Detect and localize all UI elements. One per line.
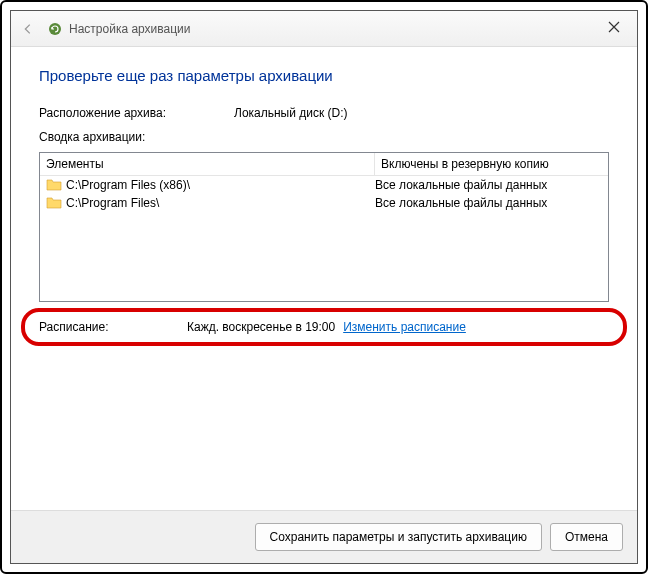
location-value: Локальный диск (D:) (234, 106, 348, 120)
schedule-label: Расписание: (39, 320, 187, 334)
back-button[interactable] (19, 20, 37, 38)
col-elements[interactable]: Элементы (40, 153, 375, 175)
row-path: C:\Program Files (x86)\ (66, 178, 190, 192)
cancel-button[interactable]: Отмена (550, 523, 623, 551)
schedule-value: Кажд. воскресенье в 19:00 (187, 320, 335, 334)
col-included[interactable]: Включены в резервную копию (375, 153, 608, 175)
change-schedule-link[interactable]: Изменить расписание (343, 320, 466, 334)
save-button[interactable]: Сохранить параметры и запустить архиваци… (255, 523, 542, 551)
row-included: Все локальные файлы данных (375, 196, 602, 210)
row-path: C:\Program Files\ (66, 196, 159, 210)
backup-icon (47, 21, 63, 37)
summary-table: Элементы Включены в резервную копию C:\P… (39, 152, 609, 302)
page-heading: Проверьте еще раз параметры архивации (39, 67, 609, 84)
window-title: Настройка архивации (69, 22, 191, 36)
close-button[interactable] (591, 11, 637, 43)
table-row[interactable]: C:\Program Files\ Все локальные файлы да… (40, 194, 608, 212)
titlebar: Настройка архивации (11, 11, 637, 47)
footer: Сохранить параметры и запустить архиваци… (11, 510, 637, 563)
folder-icon (46, 196, 62, 210)
folder-icon (46, 178, 62, 192)
table-row[interactable]: C:\Program Files (x86)\ Все локальные фа… (40, 176, 608, 194)
svg-point-0 (49, 23, 61, 35)
summary-label: Сводка архивации: (39, 130, 609, 144)
row-included: Все локальные файлы данных (375, 178, 602, 192)
location-label: Расположение архива: (39, 106, 234, 120)
